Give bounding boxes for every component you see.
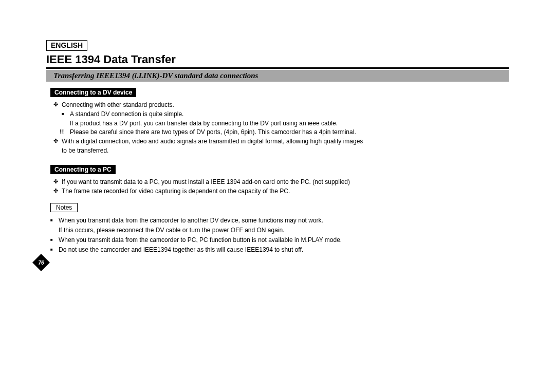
notes-label: Notes [50,203,78,212]
bullet-lvl1: The frame rate recorded for video captur… [46,187,509,196]
language-badge: ENGLISH [46,40,87,51]
bullet-lvl1: If you want to transmit data to a PC, yo… [46,178,509,186]
note-item: When you transmit data from the camcorde… [46,236,509,245]
section-pc-body: If you want to transmit data to a PC, yo… [46,178,509,196]
page-title: IEEE 1394 Data Transfer [46,53,509,69]
note-item: When you transmit data from the camcorde… [46,216,509,225]
section-heading-dv: Connecting to a DV device [50,88,136,97]
bullet-lvl2: A standard DV connection is quite simple… [46,110,509,119]
bullet-lvl1: With a digital connection, video and aud… [46,137,509,146]
notes-body: When you transmit data from the camcorde… [46,216,509,254]
bullet-lvl1: Connecting with other standard products. [46,101,509,109]
page-number: 76 [38,260,44,266]
note-cont: If this occurs, please reconnect the DV … [46,226,509,235]
section-heading-pc: Connecting to a PC [50,165,116,174]
section-dv-body: Connecting with other standard products.… [46,101,509,155]
note-item: Do not use the camcorder and IEEE1394 to… [46,246,509,254]
subtitle-bar: Transferring IEEE1394 (i.LINK)-DV standa… [46,70,509,82]
bullet-lvl1-cont: to be transferred. [46,146,509,155]
page-number-badge: 76 [32,254,50,271]
bullet-warning: Please be careful since there are two ty… [46,128,509,137]
bullet-lvl2-cont: If a product has a DV port, you can tran… [46,119,509,128]
manual-page: ENGLISH IEEE 1394 Data Transfer Transfer… [0,0,555,392]
